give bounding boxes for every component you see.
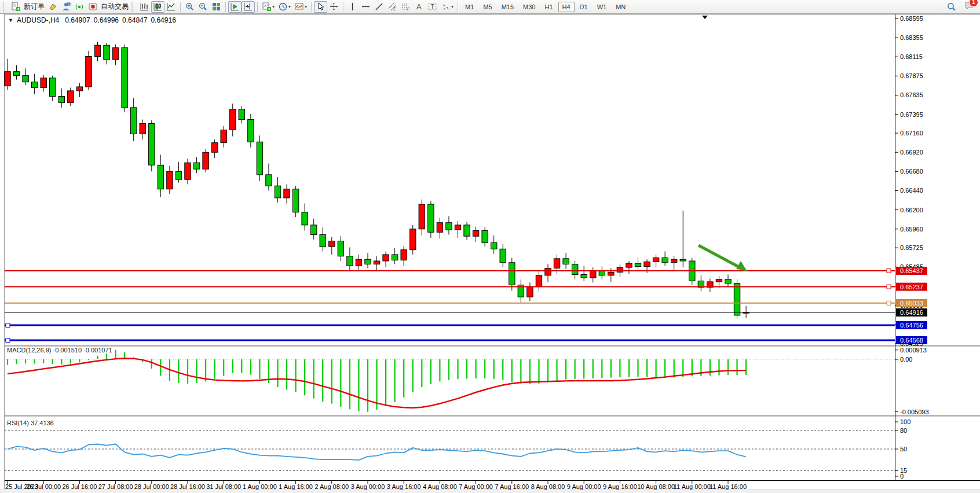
macd-histogram-bar	[710, 359, 711, 376]
macd-histogram-bar	[493, 359, 495, 379]
macd-histogram-bar	[340, 359, 341, 407]
signals-button[interactable]	[73, 1, 86, 13]
autotrading-label[interactable]: 自动交易	[101, 2, 129, 12]
periods-button[interactable]: ▾	[276, 1, 292, 13]
profiles-icon	[48, 2, 58, 12]
candle	[158, 165, 163, 189]
candle	[248, 120, 254, 142]
candle	[94, 45, 100, 56]
chart-canvas[interactable]: 0.685950.683550.681150.678750.676350.673…	[0, 0, 980, 493]
candlestick-chart-button[interactable]	[151, 1, 164, 13]
vertical-line-button[interactable]	[346, 1, 359, 13]
timeframe-m30[interactable]: M30	[519, 2, 539, 12]
candle	[473, 231, 478, 237]
horizontal-line-button[interactable]	[359, 1, 372, 13]
toolbar-grip[interactable]	[3, 2, 7, 12]
trendline-button[interactable]	[372, 1, 386, 13]
candle	[131, 108, 137, 134]
bar-chart-button[interactable]	[138, 1, 151, 13]
macd-histogram-bar	[34, 359, 35, 363]
macd-histogram-bar	[628, 359, 630, 377]
line-handle[interactable]	[887, 268, 891, 273]
price-axis-label: 0.66680	[900, 168, 923, 175]
candle	[140, 123, 145, 134]
macd-pane[interactable]	[5, 348, 895, 415]
price-pane[interactable]	[5, 14, 895, 345]
toolbar-grip[interactable]	[131, 2, 136, 12]
macd-histogram-bar	[682, 359, 683, 377]
chevron-down-icon: ▾	[288, 4, 291, 9]
macd-histogram-bar	[304, 359, 305, 395]
tile-windows-button[interactable]	[210, 1, 223, 13]
market-watch-button[interactable]	[60, 1, 73, 13]
trendline-icon	[374, 2, 384, 12]
macd-histogram-bar	[61, 359, 62, 365]
macd-histogram-bar	[241, 359, 242, 373]
chart-close-value: 0.64916	[151, 16, 175, 24]
line-handle[interactable]	[887, 301, 891, 305]
equidistant-channel-button[interactable]: E	[386, 1, 399, 13]
timeframe-mn[interactable]: MN	[612, 2, 630, 12]
macd-histogram-bar	[745, 359, 747, 375]
horizontal-line-icon	[361, 2, 371, 12]
line-handle[interactable]	[6, 339, 10, 343]
candle	[239, 109, 244, 120]
line-handle[interactable]	[6, 323, 10, 328]
candle	[175, 171, 181, 179]
zoom-in-button[interactable]	[183, 1, 196, 13]
text-button[interactable]: A	[412, 1, 426, 13]
timeframe-m5[interactable]: M5	[479, 2, 496, 12]
timeframe-h1[interactable]: H1	[540, 2, 557, 12]
autotrading-button[interactable]	[86, 1, 100, 13]
chart-low-value: 0.64847	[122, 16, 147, 24]
chart-menu-triangle-icon[interactable]: ▼	[8, 17, 13, 23]
price-axis-label: 0.66200	[900, 207, 923, 214]
macd-histogram-bar	[358, 359, 359, 411]
rsi-axis-label: 50	[900, 446, 907, 452]
auto-scroll-button[interactable]	[228, 1, 242, 13]
candle	[221, 130, 226, 143]
templates-button[interactable]: ▾	[292, 1, 309, 13]
line-chart-button[interactable]	[164, 1, 178, 13]
timeframe-w1[interactable]: W1	[593, 2, 611, 12]
candle	[86, 57, 92, 87]
text-label-button[interactable]: T	[426, 1, 439, 13]
line-handle[interactable]	[887, 285, 891, 289]
crosshair-button[interactable]	[327, 1, 341, 13]
add-indicator-button[interactable]: ▾	[260, 1, 276, 13]
timeframe-m1[interactable]: M1	[461, 2, 478, 12]
candle	[464, 225, 470, 236]
arrows-tool-button[interactable]: ▾	[439, 1, 455, 13]
macd-histogram-bar	[736, 359, 737, 375]
macd-histogram-bar	[232, 359, 233, 373]
macd-histogram-bar	[115, 350, 116, 359]
new-order-button[interactable]	[9, 1, 23, 13]
candle	[167, 171, 173, 189]
zoom-out-button[interactable]	[196, 1, 210, 13]
fibonacci-button[interactable]: F	[399, 1, 412, 13]
macd-histogram-bar	[97, 356, 98, 359]
timeframe-d1[interactable]: D1	[576, 2, 592, 12]
macd-histogram-bar	[656, 359, 657, 377]
rsi-axis-label: 100	[900, 418, 910, 425]
search-icon[interactable]	[946, 2, 957, 12]
macd-histogram-bar	[151, 359, 152, 369]
timeframe-m15[interactable]: M15	[498, 2, 518, 12]
timeframe-h4[interactable]: H4	[558, 2, 575, 12]
new-order-label[interactable]: 新订单	[24, 2, 45, 12]
macd-histogram-bar	[637, 359, 638, 377]
macd-histogram-bar	[664, 359, 665, 378]
fibonacci-icon: F	[401, 2, 411, 12]
candle	[419, 204, 425, 229]
chart-shift-button[interactable]	[242, 1, 255, 13]
profiles-button[interactable]	[46, 1, 60, 13]
mt4-terminal-window: 新订单 自动交易	[0, 0, 980, 493]
price-axis-label: 0.67635	[900, 91, 923, 98]
candle	[392, 255, 397, 260]
candle	[590, 271, 596, 278]
cursor-button[interactable]	[314, 1, 327, 13]
svg-text:A: A	[416, 2, 422, 11]
macd-axis-label: 0.000913	[900, 347, 927, 354]
date-axis-label: 3 Aug 16:00	[387, 483, 421, 490]
notifications-button[interactable]: 1	[964, 1, 974, 13]
